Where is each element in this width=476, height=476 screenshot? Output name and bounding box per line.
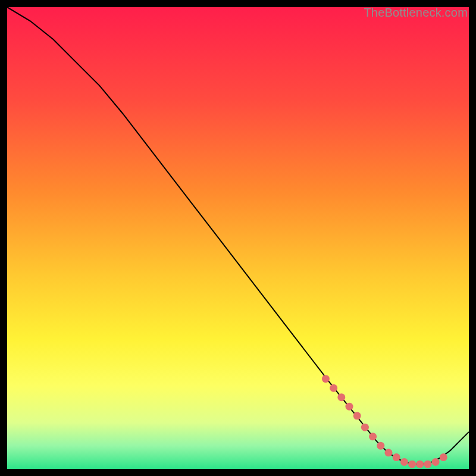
highlight-dot xyxy=(353,412,361,419)
highlight-dot xyxy=(361,424,369,431)
watermark-text: TheBottleneck.com xyxy=(364,6,468,20)
highlight-dot xyxy=(322,375,330,383)
highlight-dot xyxy=(337,393,345,401)
chart-stage: TheBottleneck.com xyxy=(0,0,476,476)
plot-svg xyxy=(7,7,469,469)
highlight-dot xyxy=(369,433,377,440)
highlight-dot xyxy=(416,461,424,468)
highlight-dot xyxy=(440,453,447,461)
gradient-background xyxy=(7,7,469,469)
highlight-dot xyxy=(330,384,337,392)
highlight-dot xyxy=(377,442,384,450)
highlight-dot xyxy=(385,449,393,456)
highlight-dot xyxy=(393,453,400,461)
highlight-dot xyxy=(432,458,440,466)
plot-area xyxy=(7,7,469,469)
highlight-dot xyxy=(346,403,353,411)
highlight-dot xyxy=(400,458,408,466)
highlight-dot xyxy=(424,461,431,468)
highlight-dot xyxy=(408,461,416,468)
